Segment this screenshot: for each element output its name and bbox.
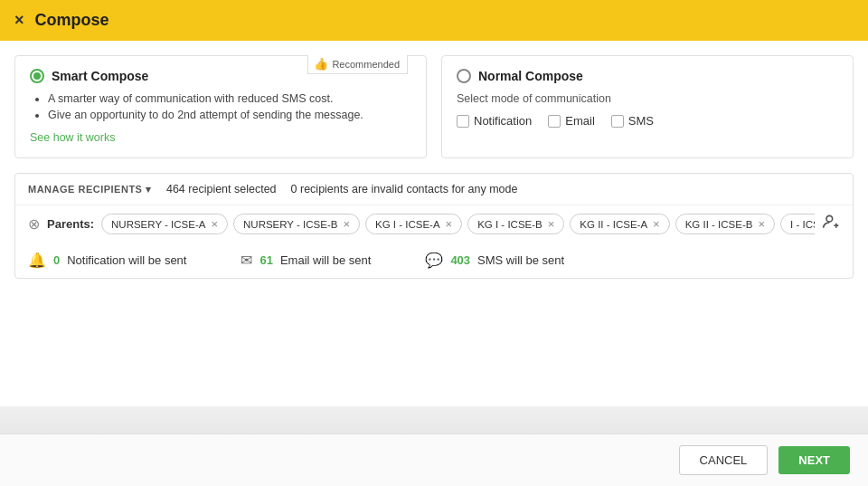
- scroll-area: [0, 406, 868, 434]
- parents-group-label: Parents:: [47, 217, 94, 231]
- sms-icon: 💬: [425, 252, 443, 269]
- normal-compose-card[interactable]: Normal Compose Select mode of communicat…: [441, 55, 854, 158]
- checkboxes-row: Notification Email SMS: [457, 114, 838, 128]
- compose-options-row: 👍 Recommended Smart Compose A smarter wa…: [14, 55, 854, 158]
- email-icon: ✉: [241, 252, 252, 269]
- smart-compose-bullet-2: Give an opportunity to do 2nd attempt of…: [48, 109, 411, 121]
- manage-dropdown-icon: ▾: [146, 184, 152, 195]
- smart-compose-title: Smart Compose: [52, 69, 148, 83]
- sms-stat-label: SMS will be sent: [477, 253, 564, 267]
- compose-dialog: × Compose 👍 Recommended Smart Compose A …: [0, 0, 868, 486]
- notification-count: 0: [53, 253, 60, 267]
- tag-i-icse-a: I - ICSE-A ×: [780, 214, 815, 234]
- notification-checkbox[interactable]: Notification: [457, 114, 532, 128]
- smart-compose-bullet-1: A smarter way of communication with redu…: [48, 92, 411, 105]
- recommended-badge: 👍 Recommended: [307, 55, 408, 74]
- tag-label: KG II - ICSE-A: [580, 219, 647, 230]
- normal-compose-radio[interactable]: [457, 69, 471, 83]
- tags-container: NURSERY - ICSE-A × NURSERY - ICSE-B × KG…: [101, 214, 815, 234]
- sms-stat: 💬 403 SMS will be sent: [425, 252, 564, 269]
- manage-recipients-section: MANAGE RECIPIENTS ▾ 464 recipient select…: [14, 173, 854, 279]
- close-button[interactable]: ×: [14, 11, 24, 30]
- tag-close-button[interactable]: ×: [446, 217, 453, 231]
- dialog-header: × Compose: [0, 0, 868, 41]
- smart-compose-radio[interactable]: [30, 69, 44, 83]
- tag-label: NURSERY - ICSE-A: [111, 219, 205, 230]
- invalid-contacts-info: 0 recipients are invalid contacts for an…: [291, 183, 518, 195]
- email-checkbox-box[interactable]: [548, 115, 561, 128]
- tag-label: I - ICSE-A: [790, 219, 815, 230]
- dialog-title: Compose: [35, 11, 109, 30]
- next-button[interactable]: NEXT: [778, 446, 850, 474]
- tag-close-button[interactable]: ×: [211, 217, 218, 231]
- sms-checkbox-box[interactable]: [611, 115, 624, 128]
- tag-label: KG I - ICSE-A: [375, 219, 440, 230]
- normal-compose-title: Normal Compose: [478, 69, 583, 83]
- tag-kg1-icse-b: KG I - ICSE-B ×: [467, 214, 564, 234]
- tag-close-button[interactable]: ×: [758, 217, 765, 231]
- tag-close-button[interactable]: ×: [653, 217, 660, 231]
- tag-close-button[interactable]: ×: [343, 217, 350, 231]
- manage-recipients-label[interactable]: MANAGE RECIPIENTS ▾: [28, 184, 152, 195]
- stats-row: 🔔 0 Notification will be sent ✉ 61 Email…: [15, 243, 853, 278]
- smart-compose-card[interactable]: 👍 Recommended Smart Compose A smarter wa…: [14, 55, 427, 158]
- tag-nursery-icse-a: NURSERY - ICSE-A ×: [101, 214, 228, 234]
- smart-compose-bullets: A smarter way of communication with redu…: [48, 92, 411, 121]
- email-count: 61: [259, 253, 272, 267]
- recipient-count: 464 recipient selected: [166, 183, 277, 195]
- cancel-button[interactable]: CANCEL: [679, 445, 769, 475]
- email-stat: ✉ 61 Email will be sent: [241, 252, 371, 269]
- notification-stat-label: Notification will be sent: [67, 253, 186, 267]
- notification-stat: 🔔 0 Notification will be sent: [28, 252, 186, 269]
- normal-compose-title-row: Normal Compose: [457, 69, 838, 83]
- sms-checkbox[interactable]: SMS: [611, 114, 654, 128]
- notification-label: Notification: [474, 114, 532, 128]
- remove-all-button[interactable]: ⊗: [28, 215, 40, 233]
- see-how-link[interactable]: See how it works: [30, 131, 115, 144]
- bell-icon: 🔔: [28, 252, 46, 269]
- email-checkbox[interactable]: Email: [548, 114, 595, 128]
- manage-label-text: MANAGE RECIPIENTS: [28, 184, 142, 195]
- tag-label: KG II - ICSE-B: [685, 219, 753, 230]
- dialog-content: 👍 Recommended Smart Compose A smarter wa…: [0, 41, 868, 406]
- email-label: Email: [565, 114, 595, 128]
- email-stat-label: Email will be sent: [280, 253, 371, 267]
- tag-label: KG I - ICSE-B: [477, 219, 542, 230]
- add-person-button[interactable]: [822, 213, 840, 235]
- notification-checkbox-box[interactable]: [457, 115, 469, 128]
- tag-kg2-icse-a: KG II - ICSE-A ×: [570, 214, 669, 234]
- tag-kg2-icse-b: KG II - ICSE-B ×: [675, 214, 775, 234]
- dialog-footer: CANCEL NEXT: [0, 434, 868, 486]
- manage-recipients-header: MANAGE RECIPIENTS ▾ 464 recipient select…: [15, 174, 853, 205]
- sms-count: 403: [450, 253, 470, 267]
- tag-kg1-icse-a: KG I - ICSE-A ×: [365, 214, 462, 234]
- recommended-label: Recommended: [332, 59, 400, 70]
- sms-label: SMS: [628, 114, 654, 128]
- thumbs-up-icon: 👍: [314, 57, 328, 71]
- svg-point-0: [826, 215, 833, 222]
- tag-label: NURSERY - ICSE-B: [243, 219, 337, 230]
- recipients-row: ⊗ Parents: NURSERY - ICSE-A × NURSERY - …: [15, 205, 853, 243]
- tag-close-button[interactable]: ×: [548, 217, 555, 231]
- tag-nursery-icse-b: NURSERY - ICSE-B ×: [233, 214, 360, 234]
- select-mode-label: Select mode of communication: [457, 92, 838, 105]
